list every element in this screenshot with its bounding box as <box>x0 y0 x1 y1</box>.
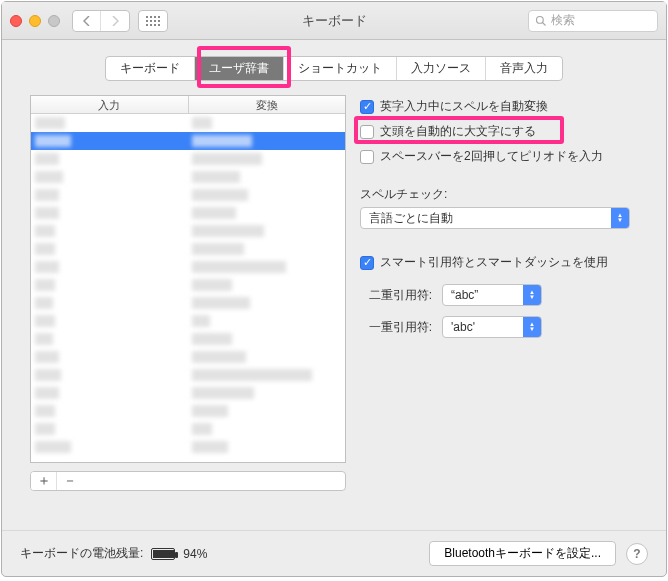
add-remove-group: ＋ － <box>30 471 346 491</box>
svg-rect-6 <box>154 20 156 22</box>
chevron-updown-icon: ▲▼ <box>523 317 541 337</box>
options-panel: 英字入力中にスペルを自動変換 文頭を自動的に大文字にする スペースバーを2回押し… <box>360 95 648 530</box>
check-auto-spell-convert[interactable]: 英字入力中にスペルを自動変換 <box>360 95 648 118</box>
table-row[interactable] <box>31 240 345 258</box>
check-auto-capitalize[interactable]: 文頭を自動的に大文字にする <box>360 120 648 143</box>
svg-rect-1 <box>150 16 152 18</box>
checkbox-icon[interactable] <box>360 150 374 164</box>
tab-keyboard[interactable]: キーボード <box>106 57 195 80</box>
table-row[interactable] <box>31 348 345 366</box>
double-quote-label: 二重引用符: <box>360 287 432 304</box>
svg-rect-2 <box>154 16 156 18</box>
spellcheck-label: スペルチェック: <box>360 186 648 203</box>
spellcheck-select[interactable]: 言語ごとに自動 ▲▼ <box>360 207 630 229</box>
window-controls <box>10 15 60 27</box>
table-row[interactable] <box>31 420 345 438</box>
check-smart-quotes[interactable]: スマート引用符とスマートダッシュを使用 <box>360 251 648 274</box>
chevron-updown-icon: ▲▼ <box>611 208 629 228</box>
svg-rect-11 <box>158 24 160 26</box>
svg-rect-10 <box>154 24 156 26</box>
table-row[interactable] <box>31 384 345 402</box>
nav-back-button[interactable] <box>73 11 101 31</box>
select-value: “abc” <box>451 288 478 302</box>
checkbox-label: 英字入力中にスペルを自動変換 <box>380 98 548 115</box>
single-quote-label: 一重引用符: <box>360 319 432 336</box>
table-row[interactable] <box>31 186 345 204</box>
table-row[interactable] <box>31 204 345 222</box>
check-double-space-period[interactable]: スペースバーを2回押してピリオドを入力 <box>360 145 648 168</box>
table-row[interactable] <box>31 132 345 150</box>
close-icon[interactable] <box>10 15 22 27</box>
svg-rect-3 <box>158 16 160 18</box>
checkbox-label: スペースバーを2回押してピリオドを入力 <box>380 148 603 165</box>
minimize-icon[interactable] <box>29 15 41 27</box>
nav-forward-button[interactable] <box>101 11 129 31</box>
svg-point-12 <box>537 16 544 23</box>
tab-user-dictionary[interactable]: ユーザ辞書 <box>195 57 284 80</box>
checkbox-icon[interactable] <box>360 100 374 114</box>
table-row[interactable] <box>31 312 345 330</box>
table-row[interactable] <box>31 222 345 240</box>
search-input[interactable]: 検索 <box>528 10 658 32</box>
show-all-button[interactable] <box>138 10 168 32</box>
table-row[interactable] <box>31 150 345 168</box>
tab-shortcuts[interactable]: ショートカット <box>284 57 397 80</box>
checkbox-icon[interactable] <box>360 256 374 270</box>
table-row[interactable] <box>31 114 345 132</box>
svg-rect-9 <box>150 24 152 26</box>
dictionary-table: 入力 変換 <box>30 95 346 463</box>
add-button[interactable]: ＋ <box>31 472 57 490</box>
svg-line-13 <box>543 22 546 25</box>
single-quote-select[interactable]: 'abc' ▲▼ <box>442 316 542 338</box>
table-header: 入力 変換 <box>31 96 345 114</box>
select-value: 言語ごとに自動 <box>369 210 453 227</box>
checkbox-label: スマート引用符とスマートダッシュを使用 <box>380 254 608 271</box>
search-placeholder: 検索 <box>551 12 575 29</box>
table-row[interactable] <box>31 330 345 348</box>
table-row[interactable] <box>31 294 345 312</box>
double-quote-select[interactable]: “abc” ▲▼ <box>442 284 542 306</box>
content-area: 入力 変換 <box>2 95 666 530</box>
svg-rect-0 <box>146 16 148 18</box>
table-row[interactable] <box>31 168 345 186</box>
select-value: 'abc' <box>451 320 475 334</box>
nav-back-forward <box>72 10 130 32</box>
chevron-updown-icon: ▲▼ <box>523 285 541 305</box>
table-row[interactable] <box>31 258 345 276</box>
svg-rect-5 <box>150 20 152 22</box>
footer: キーボードの電池残量: 94% Bluetoothキーボードを設定... ? <box>2 530 666 576</box>
col-replace[interactable]: 変換 <box>189 96 346 113</box>
double-quote-row: 二重引用符: “abc” ▲▼ <box>360 284 648 306</box>
titlebar: キーボード 検索 <box>2 2 666 40</box>
remove-button[interactable]: － <box>57 472 83 490</box>
battery-icon <box>151 548 175 560</box>
battery-percent: 94% <box>183 547 207 561</box>
dictionary-panel: 入力 変換 <box>30 95 346 530</box>
tab-input-sources[interactable]: 入力ソース <box>397 57 486 80</box>
search-icon <box>535 15 547 27</box>
checkbox-label: 文頭を自動的に大文字にする <box>380 123 536 140</box>
table-row[interactable] <box>31 402 345 420</box>
help-button[interactable]: ? <box>626 543 648 565</box>
col-input[interactable]: 入力 <box>31 96 189 113</box>
tab-dictation[interactable]: 音声入力 <box>486 57 562 80</box>
checkbox-icon[interactable] <box>360 125 374 139</box>
svg-rect-4 <box>146 20 148 22</box>
zoom-icon <box>48 15 60 27</box>
svg-rect-7 <box>158 20 160 22</box>
battery-label: キーボードの電池残量: <box>20 545 143 562</box>
svg-rect-8 <box>146 24 148 26</box>
table-row[interactable] <box>31 366 345 384</box>
tab-bar: キーボード ユーザ辞書 ショートカット 入力ソース 音声入力 <box>2 40 666 95</box>
single-quote-row: 一重引用符: 'abc' ▲▼ <box>360 316 648 338</box>
bluetooth-setup-button[interactable]: Bluetoothキーボードを設定... <box>429 541 616 566</box>
table-row[interactable] <box>31 276 345 294</box>
table-row[interactable] <box>31 438 345 456</box>
keyboard-preferences-window: キーボード 検索 キーボード ユーザ辞書 ショートカット 入力ソース 音声入力 … <box>1 1 667 577</box>
table-body[interactable] <box>31 114 345 462</box>
